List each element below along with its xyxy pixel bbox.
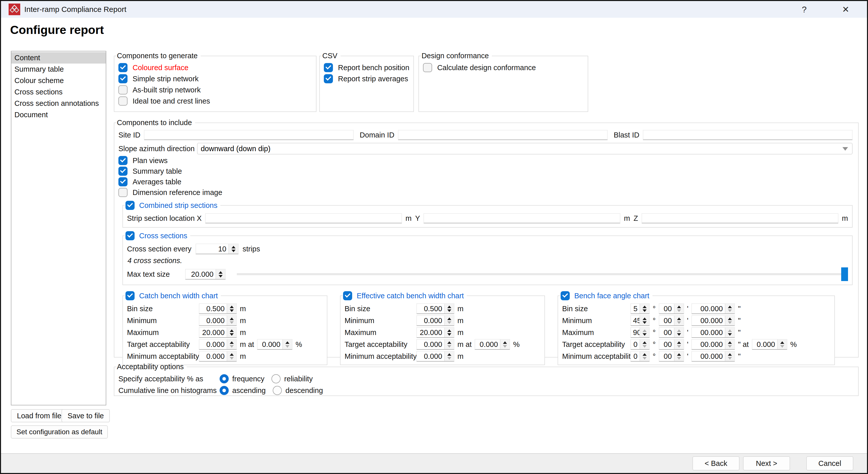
spin-up-button[interactable] <box>231 246 236 248</box>
spin-up-button[interactable] <box>447 318 451 320</box>
minimum-deg-spinner[interactable]: 45 <box>630 315 650 326</box>
spin-up-button[interactable] <box>643 329 647 332</box>
spin-up-button[interactable] <box>728 353 732 356</box>
spin-up-button[interactable] <box>447 329 451 332</box>
spin-up-button[interactable] <box>677 329 681 332</box>
bin-size-spinner[interactable]: 0.500 <box>199 303 237 314</box>
spin-down-button[interactable] <box>643 321 647 324</box>
sidebar-item-colour-scheme[interactable]: Colour scheme <box>11 75 106 86</box>
spin-up-button[interactable] <box>643 318 647 320</box>
maximum-min-spinner[interactable]: 00 <box>659 327 684 338</box>
set-configuration-default-button[interactable]: Set configuration as default <box>11 425 108 439</box>
reliability-radio[interactable] <box>272 374 281 383</box>
spin-up-button[interactable] <box>677 341 681 344</box>
spin-down-button[interactable] <box>728 309 732 312</box>
plan-views-checkbox[interactable] <box>118 156 127 165</box>
spin-down-button[interactable] <box>447 357 451 360</box>
spin-up-button[interactable] <box>447 306 451 308</box>
sidebar-item-cross-sections[interactable]: Cross sections <box>11 86 106 98</box>
spin-up-button[interactable] <box>643 341 647 344</box>
spin-up-button[interactable] <box>728 306 732 308</box>
spin-down-button[interactable] <box>230 333 234 336</box>
slope-azimuth-select[interactable]: downward (down dip) <box>197 143 852 154</box>
strip-location-z-input[interactable] <box>642 213 838 223</box>
spin-up-button[interactable] <box>728 341 732 344</box>
blast-id-input[interactable] <box>643 130 852 140</box>
target-acceptability-percent-spinner[interactable]: 0.000 <box>475 339 510 350</box>
spin-down-button[interactable] <box>231 250 236 252</box>
spin-down-button[interactable] <box>677 321 681 324</box>
spin-up-button[interactable] <box>677 353 681 356</box>
maximum-spinner[interactable]: 20.000 <box>199 327 237 338</box>
spin-down-button[interactable] <box>230 309 234 312</box>
spin-down-button[interactable] <box>230 321 234 324</box>
spin-down-button[interactable] <box>677 333 681 336</box>
coloured-surface-checkbox[interactable] <box>118 63 127 72</box>
minimum-sec-spinner[interactable]: 00.000 <box>691 315 735 326</box>
descending-radio[interactable] <box>273 386 282 395</box>
domain-id-input[interactable] <box>398 130 608 140</box>
sidebar-item-document[interactable]: Document <box>11 109 106 121</box>
spin-up-button[interactable] <box>643 353 647 356</box>
bin-size-min-spinner[interactable]: 00 <box>659 303 684 314</box>
slider-handle[interactable] <box>841 267 848 281</box>
spin-up-button[interactable] <box>230 306 234 308</box>
spin-up-button[interactable] <box>447 341 451 344</box>
bin-size-sec-spinner[interactable]: 00.000 <box>691 303 735 314</box>
spin-up-button[interactable] <box>677 318 681 320</box>
minimum-acceptability-spinner[interactable]: 0.000 <box>416 351 454 362</box>
save-to-file-button[interactable]: Save to file <box>61 409 110 422</box>
minimum-acceptability-sec-spinner[interactable]: 00.000 <box>691 351 735 362</box>
close-button[interactable]: ✕ <box>842 5 849 14</box>
cross-sections-checkbox[interactable] <box>125 231 134 240</box>
site-id-input[interactable] <box>144 130 354 140</box>
ideal-toe-crest-checkbox[interactable] <box>118 96 127 106</box>
spin-down-button[interactable] <box>677 345 681 348</box>
spin-down-button[interactable] <box>780 345 784 348</box>
next-button[interactable]: Next > <box>743 456 790 470</box>
spin-up-button[interactable] <box>728 318 732 320</box>
target-acceptability-min-spinner[interactable]: 00 <box>659 339 684 350</box>
spin-down-button[interactable] <box>219 275 223 277</box>
spin-down-button[interactable] <box>677 357 681 360</box>
simple-strip-network-checkbox[interactable] <box>118 74 127 83</box>
bin-size-deg-spinner[interactable]: 5 <box>630 303 650 314</box>
spin-down-button[interactable] <box>728 345 732 348</box>
spin-down-button[interactable] <box>728 333 732 336</box>
spin-down-button[interactable] <box>643 333 647 336</box>
spin-down-button[interactable] <box>230 357 234 360</box>
spin-down-button[interactable] <box>728 321 732 324</box>
minimum-acceptability-deg-spinner[interactable]: 0 <box>630 351 650 362</box>
minimum-min-spinner[interactable]: 00 <box>659 315 684 326</box>
minimum-acceptability-spinner[interactable]: 0.000 <box>199 351 237 362</box>
spin-down-button[interactable] <box>230 345 234 348</box>
bench-face-angle-chart-checkbox[interactable] <box>561 291 570 300</box>
spin-down-button[interactable] <box>447 309 451 312</box>
spin-up-button[interactable] <box>447 353 451 356</box>
maximum-spinner[interactable]: 20.000 <box>416 327 454 338</box>
report-bench-position-checkbox[interactable] <box>324 63 333 72</box>
frequency-radio[interactable] <box>220 374 229 383</box>
minimum-acceptability-min-spinner[interactable]: 00 <box>659 351 684 362</box>
spin-up-button[interactable] <box>643 306 647 308</box>
strip-location-x-input[interactable] <box>205 213 402 223</box>
spin-down-button[interactable] <box>643 345 647 348</box>
help-button[interactable]: ? <box>802 5 807 14</box>
target-acceptability-percent-spinner[interactable]: 0.000 <box>257 339 292 350</box>
spin-up-button[interactable] <box>230 329 234 332</box>
bin-size-spinner[interactable]: 0.500 <box>416 303 454 314</box>
calculate-design-conformance-checkbox[interactable] <box>423 63 432 72</box>
summary-table-checkbox[interactable] <box>118 167 127 176</box>
report-strip-averages-checkbox[interactable] <box>324 74 333 83</box>
spin-down-button[interactable] <box>643 357 647 360</box>
combined-strip-sections-checkbox[interactable] <box>125 201 134 210</box>
spin-up-button[interactable] <box>219 271 223 274</box>
max-text-size-spinner[interactable]: 20.000 <box>185 269 226 279</box>
spin-up-button[interactable] <box>230 341 234 344</box>
spin-up-button[interactable] <box>677 306 681 308</box>
effective-catch-bench-width-chart-checkbox[interactable] <box>343 291 352 300</box>
spin-down-button[interactable] <box>643 309 647 312</box>
sidebar-item-content[interactable]: Content <box>11 52 106 64</box>
spin-up-button[interactable] <box>728 329 732 332</box>
slider-track[interactable] <box>237 273 848 275</box>
